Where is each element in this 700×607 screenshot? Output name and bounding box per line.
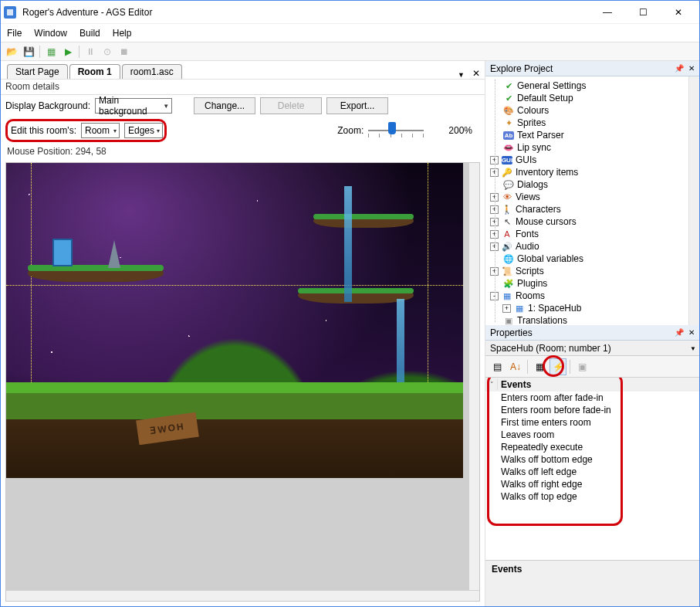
tree-item[interactable]: AbText Parser bbox=[485, 129, 696, 141]
tree-item[interactable]: 💬Dialogs bbox=[485, 178, 696, 191]
events-button[interactable]: ⚡ bbox=[550, 358, 566, 375]
tree-item[interactable]: +GUIGUIs bbox=[485, 154, 696, 166]
property-row[interactable]: Enters room after fade-in bbox=[485, 392, 699, 404]
alphabetical-button[interactable]: A↓ bbox=[507, 358, 524, 375]
collapse-icon[interactable]: ˅ bbox=[487, 379, 498, 390]
room-viewport[interactable]: ƎWOH bbox=[5, 162, 480, 602]
export-background-button[interactable]: Export... bbox=[326, 97, 388, 114]
property-name: First time enters room bbox=[501, 417, 591, 428]
tree-item[interactable]: +🔊Audio bbox=[485, 240, 696, 253]
tree-item[interactable]: +▦1: SpaceHub bbox=[485, 302, 696, 314]
tree-item-label: Default Setup bbox=[517, 93, 573, 103]
expand-icon[interactable]: + bbox=[502, 304, 511, 313]
property-row[interactable]: Enters room before fade-in bbox=[485, 404, 699, 416]
tree-item[interactable]: ✦Sprites bbox=[485, 117, 696, 129]
minimize-button[interactable]: — bbox=[590, 2, 625, 23]
pin-icon[interactable]: 📌 bbox=[675, 64, 684, 73]
edges-layer-combo[interactable]: Edges ▾ bbox=[124, 123, 163, 138]
tree-item[interactable]: +👁Views bbox=[485, 191, 696, 203]
property-name: Walks off top edge bbox=[501, 491, 577, 502]
pin-icon[interactable]: 📌 bbox=[675, 328, 684, 337]
properties-button[interactable]: ▦ bbox=[531, 358, 548, 375]
tree-item-label: 1: SpaceHub bbox=[528, 303, 581, 314]
events-category-row[interactable]: ˅ Events bbox=[485, 378, 699, 392]
tree-item[interactable]: ✔General Settings bbox=[485, 80, 696, 92]
tab-room-1[interactable]: Room 1 bbox=[69, 64, 120, 79]
property-row[interactable]: Walks off right edge bbox=[485, 478, 699, 490]
tree-item[interactable]: 🧩Plugins bbox=[485, 277, 696, 290]
tree-item[interactable]: +🚶Characters bbox=[485, 203, 696, 215]
property-row[interactable]: Repeatedly execute bbox=[485, 441, 699, 453]
tree-scrollbar[interactable] bbox=[688, 76, 699, 325]
tab-start-page[interactable]: Start Page bbox=[7, 64, 68, 79]
properties-object-combo[interactable]: SpaceHub (Room; number 1) ▼ bbox=[485, 341, 699, 356]
tree-node-icon: Ab bbox=[503, 131, 514, 140]
mouse-position-label: Mouse Position: 294, 58 bbox=[1, 144, 485, 161]
tree-item-label: Text Parser bbox=[517, 130, 564, 141]
menu-build[interactable]: Build bbox=[79, 28, 100, 39]
maximize-button[interactable]: ☐ bbox=[625, 2, 661, 23]
categorized-button[interactable]: ▤ bbox=[489, 358, 506, 375]
properties-grid[interactable]: ˅ Events Enters room after fade-inEnters… bbox=[485, 378, 699, 560]
tree-item[interactable]: +🔑Inventory items bbox=[485, 166, 696, 178]
chevron-down-icon: ▾ bbox=[157, 127, 160, 134]
menu-file[interactable]: File bbox=[7, 28, 22, 39]
tree-node-icon: 👄 bbox=[503, 143, 514, 153]
property-row[interactable]: Walks off bottom edge bbox=[485, 453, 699, 466]
close-button[interactable]: ✕ bbox=[661, 2, 696, 23]
tree-node-icon: ▣ bbox=[503, 316, 514, 326]
tree-item[interactable]: 🎨Colours bbox=[485, 104, 696, 117]
build-icon[interactable]: ▦ bbox=[45, 46, 57, 58]
zoom-slider[interactable] bbox=[368, 124, 424, 137]
tab-label: Room 1 bbox=[78, 66, 112, 77]
tree-item-label: Lip sync bbox=[517, 142, 551, 153]
tree-item[interactable]: +AFonts bbox=[485, 228, 696, 240]
tree-item[interactable]: ✔Default Setup bbox=[485, 92, 696, 104]
properties-toolbar: ▤ A↓ ▦ ⚡ ▣ bbox=[485, 356, 699, 378]
tab-label: room1.asc bbox=[130, 66, 174, 77]
tree-item-label: Inventory items bbox=[516, 167, 578, 178]
tree-item[interactable]: +↖Mouse cursors bbox=[485, 215, 696, 228]
property-row[interactable]: Walks off top edge bbox=[485, 490, 699, 503]
tab-close-icon[interactable]: ✕ bbox=[472, 68, 480, 79]
property-name: Enters room before fade-in bbox=[501, 405, 611, 415]
tree-item[interactable]: 👄Lip sync bbox=[485, 141, 696, 154]
room-layer-combo[interactable]: Room ▾ bbox=[81, 123, 120, 138]
panel-close-icon[interactable]: ✕ bbox=[688, 64, 695, 73]
vertical-scrollbar[interactable] bbox=[468, 163, 480, 590]
tab-dropdown-icon[interactable]: ▼ bbox=[458, 71, 465, 79]
property-row[interactable]: First time enters room bbox=[485, 416, 699, 429]
property-row[interactable]: Leaves room bbox=[485, 429, 699, 441]
property-pages-button[interactable]: ▣ bbox=[573, 358, 590, 375]
tree-item-label: GUIs bbox=[516, 154, 536, 165]
horizontal-scrollbar[interactable] bbox=[6, 590, 479, 602]
property-row[interactable]: Walks off left edge bbox=[485, 466, 699, 478]
tree-item[interactable]: -▦Rooms bbox=[485, 290, 696, 302]
tree-item-label: Fonts bbox=[516, 229, 539, 239]
tree-item-label: Global variables bbox=[517, 253, 583, 264]
tree-item-label: Mouse cursors bbox=[516, 216, 577, 227]
menu-help[interactable]: Help bbox=[113, 28, 132, 39]
run-icon[interactable]: ▶ bbox=[62, 46, 74, 58]
tree-item[interactable]: 🌐Global variables bbox=[485, 253, 696, 265]
tree-node-icon: 🚶 bbox=[502, 205, 512, 215]
zoom-label: Zoom: bbox=[337, 125, 364, 136]
display-background-combo[interactable]: Main background ▼ bbox=[95, 98, 172, 114]
tree-node-icon: 📜 bbox=[502, 266, 512, 276]
tab-room1-script[interactable]: room1.asc bbox=[122, 64, 182, 79]
room-details-label: Room details bbox=[1, 80, 485, 95]
tree-item-label: Views bbox=[516, 192, 540, 202]
tree-item-label: Colours bbox=[517, 105, 549, 116]
project-tree[interactable]: ✔General Settings✔Default Setup🎨Colours✦… bbox=[485, 76, 699, 325]
document-tabs: Start Page Room 1 room1.asc ▼ ✕ bbox=[1, 61, 485, 80]
menu-window[interactable]: Window bbox=[34, 28, 67, 39]
panel-close-icon[interactable]: ✕ bbox=[688, 328, 695, 337]
change-background-button[interactable]: Change... bbox=[194, 97, 255, 114]
tree-item[interactable]: +📜Scripts bbox=[485, 265, 696, 277]
save-icon[interactable]: 💾 bbox=[22, 46, 35, 58]
tree-node-icon: 🧩 bbox=[503, 279, 514, 289]
open-icon[interactable]: 📂 bbox=[5, 46, 18, 58]
tree-item[interactable]: ▣Translations bbox=[485, 314, 696, 325]
properties-header: Properties 📌 ✕ bbox=[485, 325, 699, 341]
zoom-slider-thumb[interactable] bbox=[388, 122, 396, 134]
